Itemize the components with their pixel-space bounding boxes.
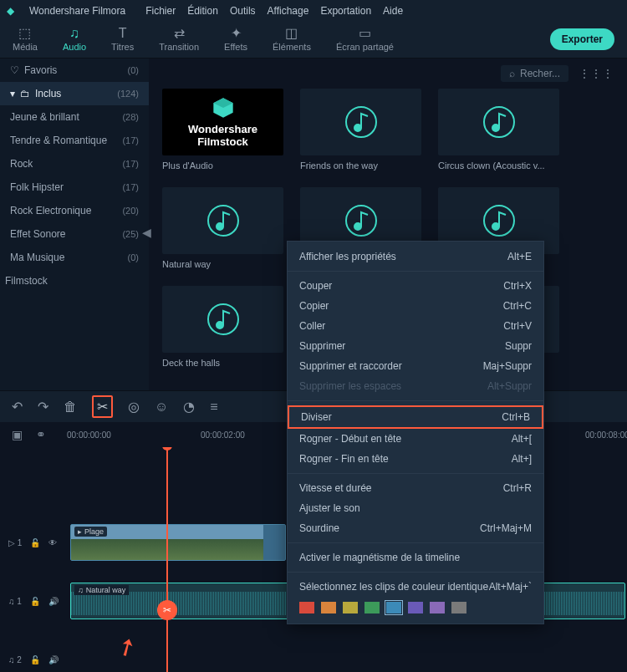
- thumb-item[interactable]: Friends on the way: [300, 89, 421, 171]
- thumb-item[interactable]: Wondershare Filmstock Plus d'Audio: [162, 89, 283, 171]
- sidebar-label: Folk Hipster: [10, 181, 64, 193]
- thumb-item[interactable]: Circus clown (Acoustic v...: [438, 89, 559, 171]
- ctx-item-activer-le-magn-tisme-de-la-timeline[interactable]: Activer le magnétisme de la timeline: [288, 547, 543, 568]
- ctx-shortcut: Ctrl+B: [502, 411, 530, 423]
- menu-aide[interactable]: Aide: [383, 5, 403, 17]
- sidebar-item[interactable]: Jeune & brillant(28): [0, 105, 149, 129]
- track-id: ♫ 1: [8, 597, 22, 606]
- ctx-label-text: Sélectionnez les clips de couleur identi…: [299, 581, 488, 593]
- tab-media[interactable]: ⬚Média: [13, 27, 38, 52]
- thumb-item[interactable]: Natural way: [162, 187, 283, 269]
- tab-label: Transition: [159, 42, 199, 52]
- color-icon[interactable]: ☺: [155, 400, 168, 415]
- speed-icon[interactable]: ◔: [183, 399, 195, 415]
- menu-exportation[interactable]: Exportation: [320, 5, 371, 17]
- lock-icon[interactable]: 🔓: [30, 538, 40, 547]
- color-swatch[interactable]: [364, 602, 380, 613]
- crop-icon[interactable]: ◎: [128, 399, 140, 415]
- color-swatch[interactable]: [321, 602, 336, 613]
- delete-icon[interactable]: 🗑: [64, 400, 77, 415]
- titles-icon: T: [119, 27, 127, 40]
- mute-icon[interactable]: 🔊: [48, 597, 59, 606]
- svg-point-9: [354, 223, 361, 230]
- tab-transition[interactable]: ⇄Transition: [159, 27, 199, 52]
- ctx-item-vitesse-et-dur-e[interactable]: Vitesse et duréeCtrl+R: [288, 478, 543, 498]
- sidebar-item[interactable]: Folk Hipster(17): [0, 176, 149, 199]
- settings-icon[interactable]: ≡: [210, 400, 217, 415]
- search-input[interactable]: ⌕ Recher...: [501, 65, 568, 82]
- ctx-item-coller[interactable]: CollerCtrl+V: [288, 316, 543, 336]
- sidebar-item[interactable]: Tendre & Romantique(17): [0, 129, 149, 152]
- sidebar-item[interactable]: Rock(17): [0, 152, 149, 176]
- tab-audio[interactable]: ♫Audio: [63, 27, 86, 52]
- color-swatch[interactable]: [386, 602, 401, 613]
- ctx-item-afficher-les-propri-t-s[interactable]: Afficher les propriétésAlt+E: [288, 247, 543, 267]
- color-swatch[interactable]: [408, 602, 423, 613]
- sidebar-filmstock[interactable]: Filmstock: [0, 269, 149, 293]
- svg-point-7: [217, 223, 223, 230]
- ctx-label: Couper: [299, 280, 332, 292]
- color-swatch[interactable]: [343, 602, 358, 613]
- sidebar-favoris[interactable]: ♡Favoris (0): [0, 59, 149, 82]
- split-icon[interactable]: ✂: [92, 395, 113, 418]
- undo-icon[interactable]: ↶: [12, 399, 23, 415]
- time-label: 00:00:00:00: [67, 430, 111, 440]
- sidebar-label: Inclus: [35, 88, 61, 99]
- color-swatch[interactable]: [299, 602, 314, 613]
- ctx-item-diviser[interactable]: DiviserCtrl+B: [288, 405, 543, 429]
- collapse-handle-icon[interactable]: ◀: [142, 226, 151, 239]
- track-header[interactable]: ▷ 1 🔓 👁: [0, 522, 67, 563]
- color-swatch[interactable]: [430, 602, 445, 613]
- thumb-label: Friends on the way: [300, 160, 421, 171]
- ctx-item-sourdine[interactable]: SourdineCtrl+Maj+M: [288, 518, 543, 538]
- svg-point-13: [217, 322, 223, 328]
- tab-titres[interactable]: TTitres: [111, 27, 134, 52]
- ctx-label: Activer le magnétisme de la timeline: [299, 552, 460, 563]
- sidebar-count: (0): [128, 252, 139, 262]
- export-button[interactable]: Exporter: [550, 28, 614, 50]
- ctx-item-supprimer-les-espaces: Supprimer les espacesAlt+Suppr: [288, 376, 543, 396]
- folder-icon: 🗀: [20, 88, 30, 99]
- heart-icon: ♡: [10, 64, 19, 76]
- menu-affichage[interactable]: Affichage: [268, 5, 309, 17]
- ctx-item-rogner-d-but-en-t-te[interactable]: Rogner - Début en têteAlt+[: [288, 429, 543, 449]
- ctx-shortcut: Ctrl+X: [503, 280, 532, 292]
- redo-icon[interactable]: ↷: [38, 399, 48, 415]
- ctx-label: Coller: [299, 320, 325, 332]
- track-header[interactable]: ♫ 1 🔓 🔊: [0, 581, 67, 621]
- playhead[interactable]: ✂: [166, 447, 168, 672]
- media-icon: ⬚: [18, 27, 31, 40]
- ctx-item-rogner-fin-en-t-te[interactable]: Rogner - Fin en têteAlt+]: [288, 449, 543, 469]
- video-clip[interactable]: ▸Plage: [70, 524, 286, 561]
- ctx-shortcut: Ctrl+V: [503, 320, 532, 332]
- lock-icon[interactable]: 🔓: [30, 597, 40, 606]
- sidebar-item[interactable]: Rock Electronique(20): [0, 199, 149, 222]
- record-button-icon[interactable]: ▣: [12, 428, 23, 441]
- link-icon[interactable]: ⚭: [36, 428, 46, 441]
- tab-elements[interactable]: ◫Éléments: [273, 27, 311, 52]
- menu-fichier[interactable]: Fichier: [145, 5, 176, 17]
- track-header[interactable]: ♫ 2 🔓 🔊: [0, 639, 67, 672]
- color-swatch[interactable]: [451, 602, 466, 613]
- sidebar-item[interactable]: Ma Musique(0): [0, 246, 149, 269]
- menu-edition[interactable]: Édition: [187, 5, 218, 17]
- clip-label: ♫Natural way: [74, 585, 129, 595]
- transition-icon: ⇄: [174, 27, 185, 40]
- sidebar-item[interactable]: Effet Sonore(25): [0, 222, 149, 246]
- menu-outils[interactable]: Outils: [230, 5, 256, 17]
- app-logo-icon: ◆: [7, 5, 14, 17]
- lock-icon[interactable]: 🔓: [30, 655, 40, 664]
- mute-icon[interactable]: 🔊: [48, 655, 59, 664]
- ctx-item-copier[interactable]: CopierCtrl+C: [288, 296, 543, 316]
- ctx-item-ajuster-le-son[interactable]: Ajuster le son: [288, 498, 543, 518]
- playhead-scissors-icon[interactable]: ✂: [157, 600, 177, 620]
- ctx-item-couper[interactable]: CouperCtrl+X: [288, 276, 543, 296]
- grid-view-icon[interactable]: ⋮⋮⋮: [579, 67, 614, 80]
- visibility-icon[interactable]: 👁: [48, 538, 57, 547]
- ctx-item-supprimer-et-raccorder[interactable]: Supprimer et raccorderMaj+Suppr: [288, 356, 543, 376]
- sidebar-inclus[interactable]: ▾🗀Inclus (124): [0, 82, 149, 105]
- tab-effets[interactable]: ✦Effets: [224, 27, 247, 52]
- tab-ecran-partage[interactable]: ▭Écran partagé: [336, 27, 394, 52]
- thumb-item[interactable]: Deck the halls: [162, 286, 283, 368]
- ctx-item-supprimer[interactable]: SupprimerSuppr: [288, 336, 543, 356]
